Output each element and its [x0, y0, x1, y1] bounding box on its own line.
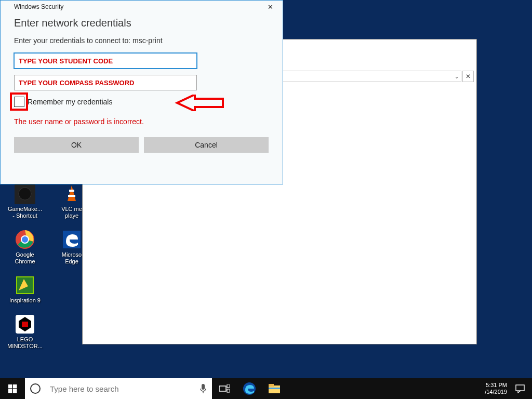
- chevron-down-icon: ⌄: [455, 74, 459, 79]
- error-message: The user name or password is incorrect.: [14, 117, 269, 126]
- svg-rect-22: [219, 386, 226, 391]
- close-icon: ✕: [466, 73, 471, 80]
- clock[interactable]: 5:31 PM /14/2019: [485, 382, 507, 395]
- svg-marker-11: [68, 185, 76, 201]
- ok-button[interactable]: OK: [14, 137, 139, 153]
- svg-rect-18: [13, 389, 17, 393]
- dialog-titlebar: Windows Security ✕: [1, 1, 283, 13]
- edge-icon: [61, 229, 83, 250]
- start-button[interactable]: [0, 378, 25, 399]
- svg-point-5: [22, 236, 28, 243]
- taskbar-app-edge[interactable]: [237, 378, 262, 399]
- vlc-icon: [61, 183, 83, 205]
- dialog-title: Windows Security: [5, 3, 63, 10]
- desktop-icon-inspiration[interactable]: Inspiration 9: [4, 274, 46, 304]
- close-icon: ✕: [268, 3, 273, 11]
- mic-icon[interactable]: [194, 378, 212, 399]
- credentials-dialog: Windows Security ✕ Enter network credent…: [0, 0, 283, 184]
- edge-icon: [243, 382, 256, 395]
- svg-rect-20: [202, 384, 205, 390]
- dialog-close-button[interactable]: ✕: [262, 2, 278, 12]
- desktop-icon-chrome[interactable]: GoogleChrome: [4, 229, 46, 265]
- app-icon: [14, 313, 36, 335]
- clear-button[interactable]: ✕: [462, 71, 474, 82]
- desktop-icon-gamemaker[interactable]: GameMake...- Shortcut: [4, 183, 46, 219]
- svg-point-19: [31, 384, 40, 393]
- notification-icon: [515, 384, 525, 393]
- task-view-button[interactable]: [212, 378, 237, 399]
- password-input[interactable]: TYPE YOUR COMPASS PASSWORD: [14, 75, 197, 90]
- svg-rect-13: [68, 195, 75, 197]
- svg-rect-10: [22, 322, 28, 327]
- system-tray: 5:31 PM /14/2019: [481, 378, 532, 399]
- svg-rect-23: [227, 384, 230, 388]
- icon-label: Inspiration 9: [9, 297, 41, 304]
- svg-rect-29: [516, 385, 524, 391]
- svg-rect-27: [269, 384, 274, 387]
- remember-label: Remember my credentials: [28, 98, 112, 106]
- svg-rect-12: [69, 190, 74, 192]
- svg-rect-16: [13, 384, 17, 389]
- annotation-arrow-icon: [174, 95, 224, 111]
- remember-checkbox[interactable]: [14, 97, 24, 107]
- taskbar-app-explorer[interactable]: [262, 378, 287, 399]
- dialog-subtext: Enter your credentials to connect to: ms…: [14, 36, 269, 45]
- dialog-heading: Enter network credentials: [14, 17, 269, 29]
- app-icon: [14, 274, 36, 296]
- clock-time: 5:31 PM: [485, 382, 507, 389]
- icon-label: VLC meplaye: [61, 206, 82, 219]
- icon-label: MicrosoEdge: [62, 251, 82, 265]
- svg-rect-24: [227, 389, 230, 392]
- cortana-icon: [25, 378, 46, 399]
- icon-label: LEGOMINDSTOR...: [7, 336, 43, 350]
- app-icon: [14, 183, 36, 205]
- clock-date: /14/2019: [485, 389, 507, 395]
- chrome-icon: [14, 229, 36, 250]
- svg-rect-15: [8, 384, 12, 389]
- icon-label: GameMake...- Shortcut: [8, 206, 42, 219]
- svg-rect-26: [269, 385, 280, 393]
- action-center-button[interactable]: [511, 378, 529, 399]
- svg-rect-28: [269, 388, 280, 389]
- search-box[interactable]: [25, 378, 212, 399]
- svg-point-1: [19, 188, 31, 200]
- icon-label: GoogleChrome: [15, 251, 35, 265]
- task-view-icon: [219, 384, 230, 393]
- windows-icon: [8, 384, 17, 393]
- desktop-icon-lego[interactable]: LEGOMINDSTOR...: [4, 313, 46, 350]
- username-input[interactable]: TYPE YOUR STUDENT CODE: [14, 53, 197, 69]
- taskbar: 5:31 PM /14/2019: [0, 378, 532, 399]
- search-input[interactable]: [46, 384, 194, 393]
- cancel-button[interactable]: Cancel: [144, 137, 269, 153]
- svg-rect-17: [8, 389, 12, 393]
- folder-icon: [268, 383, 281, 394]
